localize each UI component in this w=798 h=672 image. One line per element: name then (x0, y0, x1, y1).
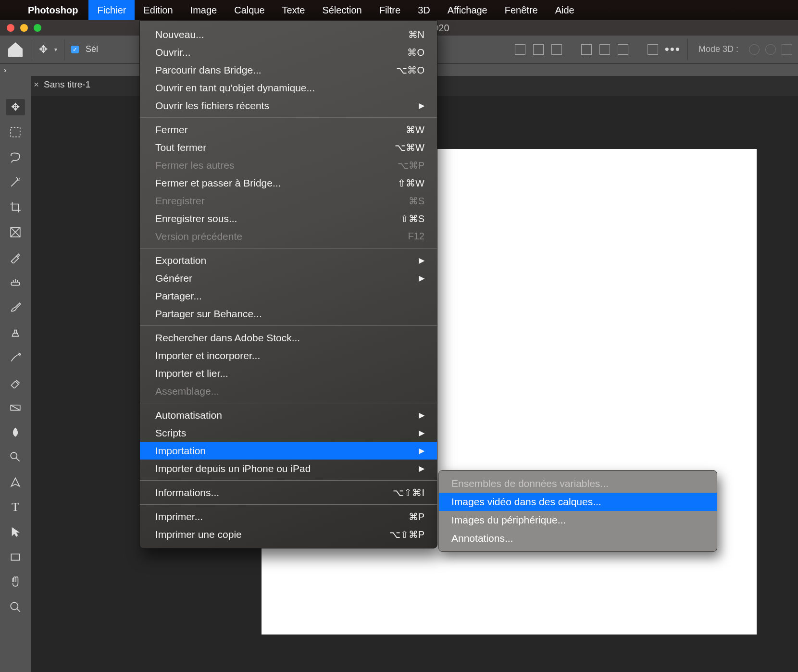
healing-brush-tool[interactable] (6, 274, 25, 290)
file-menu-item[interactable]: Imprimer une copie⌥⇧⌘P (140, 525, 437, 543)
menu-aide[interactable]: Aide (547, 0, 583, 20)
move-tool[interactable]: ✥ (6, 99, 25, 115)
maximize-window-icon[interactable] (34, 24, 41, 32)
frame-tool[interactable] (6, 224, 25, 240)
file-menu-item[interactable]: Informations...⌥⇧⌘I (140, 484, 437, 501)
menu-item-label: Tout fermer (155, 142, 206, 153)
3d-pan-icon[interactable] (782, 44, 792, 55)
file-menu-item[interactable]: Scripts▶ (140, 424, 437, 442)
menu-affichage[interactable]: Affichage (439, 0, 496, 20)
lasso-tool[interactable] (6, 149, 25, 165)
file-menu-item[interactable]: Tout fermer⌥⌘W (140, 138, 437, 156)
import-submenu-item[interactable]: Images vidéo dans des calques... (439, 493, 717, 511)
menu-separator (140, 403, 437, 403)
type-tool[interactable]: T (6, 499, 25, 515)
file-menu-item[interactable]: Fermer⌘W (140, 121, 437, 138)
menu-texte[interactable]: Texte (274, 0, 314, 20)
submenu-arrow-icon: ▶ (419, 101, 424, 110)
menu-3d[interactable]: 3D (409, 0, 439, 20)
separator (32, 39, 32, 60)
align-left-icon[interactable] (515, 44, 525, 55)
menu-item-label: Partager... (155, 290, 202, 302)
align-center-icon[interactable] (533, 44, 544, 55)
file-menu-item[interactable]: Exportation▶ (140, 251, 437, 269)
svg-rect-5 (11, 554, 19, 560)
crop-tool[interactable] (6, 199, 25, 215)
menu-edition[interactable]: Edition (135, 0, 181, 20)
file-menu-item[interactable]: Partager sur Behance... (140, 305, 437, 323)
rectangle-tool[interactable] (6, 549, 25, 565)
hand-tool[interactable] (6, 574, 25, 590)
magic-wand-tool[interactable] (6, 174, 25, 190)
svg-rect-0 (11, 127, 20, 137)
align-right-icon[interactable] (551, 44, 562, 55)
file-menu-item[interactable]: Ouvrir...⌘O (140, 43, 437, 61)
menu-item-label: Partager sur Behance... (155, 308, 262, 320)
align-middle-icon[interactable] (599, 44, 610, 55)
file-menu-item[interactable]: Importer et lier... (140, 364, 437, 382)
eyedropper-tool[interactable] (6, 249, 25, 265)
file-menu-item[interactable]: Nouveau...⌘N (140, 25, 437, 43)
move-tool-icon[interactable]: ✥ (39, 43, 48, 56)
file-menu-item[interactable]: Fermer et passer à Bridge...⇧⌘W (140, 174, 437, 192)
home-icon[interactable] (6, 40, 25, 59)
file-menu-item[interactable]: Automatisation▶ (140, 406, 437, 424)
menu-image[interactable]: Image (182, 0, 226, 20)
import-submenu-item[interactable]: Annotations... (439, 529, 717, 548)
app-name[interactable]: Photoshop (28, 5, 78, 16)
align-bottom-icon[interactable] (618, 44, 628, 55)
more-options-icon[interactable]: ••• (665, 42, 681, 57)
document-tab-label[interactable]: Sans titre-1 (44, 79, 90, 90)
chevron-down-icon[interactable]: ▾ (54, 46, 57, 53)
dodge-tool[interactable] (6, 449, 25, 465)
file-menu-item[interactable]: Ouvrir les fichiers récents▶ (140, 97, 437, 114)
expand-panels-icon[interactable]: ›› (4, 66, 4, 74)
blur-tool[interactable] (6, 424, 25, 440)
marquee-tool[interactable] (6, 124, 25, 140)
import-submenu-item[interactable]: Images du périphérique... (439, 511, 717, 529)
menu-item-label: Automatisation (155, 410, 222, 421)
menu-filtre[interactable]: Filtre (371, 0, 409, 20)
menu-calque[interactable]: Calque (225, 0, 273, 20)
3d-orbit-icon[interactable] (749, 44, 760, 55)
file-menu-item[interactable]: Générer▶ (140, 269, 437, 287)
menu-item-label: Version précédente (155, 231, 242, 242)
brush-tool[interactable] (6, 299, 25, 315)
zoom-tool[interactable] (6, 599, 25, 615)
document-tabs: × Sans titre-1 (34, 76, 90, 93)
history-brush-tool[interactable] (6, 349, 25, 365)
file-menu-item[interactable]: Importation▶ (140, 442, 437, 460)
distribute-icon[interactable] (648, 44, 658, 55)
close-window-icon[interactable] (7, 24, 14, 32)
eraser-tool[interactable] (6, 374, 25, 390)
file-menu-item[interactable]: Enregistrer sous...⇧⌘S (140, 210, 437, 227)
menu-item-label: Exportation (155, 255, 206, 266)
file-menu-item[interactable]: Importer depuis un iPhone ou iPad▶ (140, 460, 437, 477)
align-top-icon[interactable] (581, 44, 592, 55)
menu-item-label: Ouvrir... (155, 47, 191, 58)
menu-shortcut: ⇧⌘W (398, 177, 424, 189)
3d-roll-icon[interactable] (765, 44, 776, 55)
menu-item-label: Imprimer une copie (155, 529, 242, 540)
menu-shortcut: ⌘N (408, 29, 424, 40)
gradient-tool[interactable] (6, 399, 25, 415)
file-menu-item[interactable]: Partager... (140, 287, 437, 305)
path-selection-tool[interactable] (6, 524, 25, 540)
submenu-arrow-icon: ▶ (419, 256, 424, 265)
menu-selection[interactable]: Sélection (313, 0, 370, 20)
auto-select-checkbox[interactable]: ✓ (71, 46, 79, 53)
file-menu-item[interactable]: Parcourir dans Bridge...⌥⌘O (140, 61, 437, 79)
file-menu-item[interactable]: Ouvrir en tant qu'objet dynamique... (140, 79, 437, 97)
minimize-window-icon[interactable] (20, 24, 28, 32)
macos-menubar: Photoshop Fichier Edition Image Calque T… (0, 0, 798, 20)
menu-fichier[interactable]: Fichier (88, 0, 135, 20)
clone-stamp-tool[interactable] (6, 324, 25, 340)
file-menu-item[interactable]: Imprimer...⌘P (140, 508, 437, 525)
import-submenu: Ensembles de données variables...Images … (438, 470, 717, 552)
menu-fenetre[interactable]: Fenêtre (496, 0, 547, 20)
close-document-icon[interactable]: × (34, 79, 39, 90)
file-menu-item[interactable]: Importer et incorporer... (140, 347, 437, 364)
pen-tool[interactable] (6, 474, 25, 490)
menu-separator (140, 325, 437, 326)
file-menu-item[interactable]: Rechercher dans Adobe Stock... (140, 329, 437, 347)
